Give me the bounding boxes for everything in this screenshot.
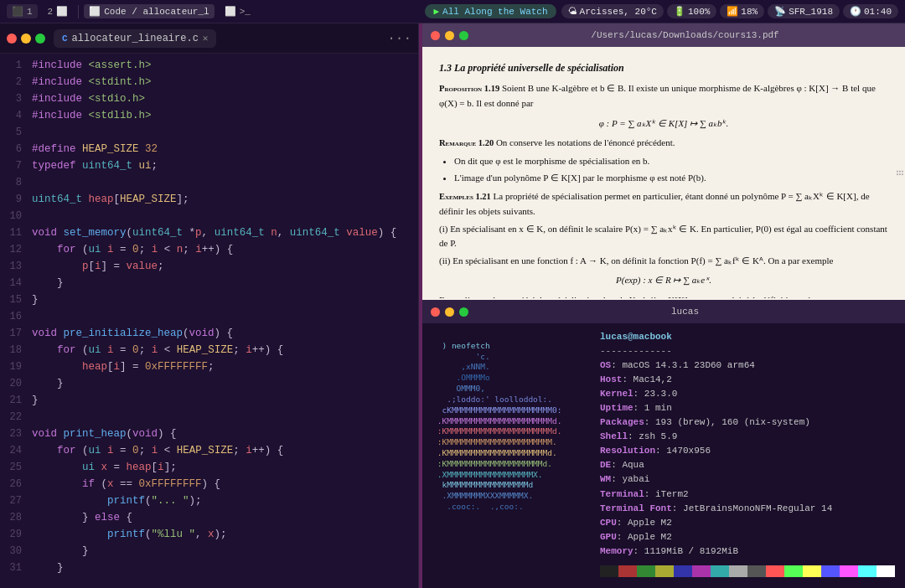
battery-widget[interactable]: 🔋 100% — [667, 4, 716, 18]
code-tab[interactable]: ⬜ Code / allocateur_l — [84, 4, 214, 18]
clock-widget: 🕐 01:40 — [843, 4, 898, 18]
battery-icon: 🔋 — [674, 6, 685, 17]
code-line: 11 void set_memory(uint64_t *p, uint64_t… — [0, 224, 418, 241]
workspace-1-label: 1 — [27, 7, 33, 17]
nf-terminal: Terminal: iTerm2 — [600, 487, 895, 502]
minimize-button[interactable] — [21, 34, 31, 44]
main-area: C allocateur_lineaire.c ✕ ··· 1 #include… — [0, 23, 905, 588]
editor-tab-bar: C allocateur_lineaire.c ✕ ··· — [0, 23, 418, 54]
nf-os: OS: macOS 14.3.1 23D60 arm64 — [600, 358, 895, 373]
nf-resolution: Resolution: 1470x956 — [600, 444, 895, 458]
color-block-3 — [655, 565, 674, 577]
workspace-tab-2[interactable]: 2 ⬜ — [43, 4, 74, 18]
close-button[interactable] — [7, 34, 17, 44]
terminal-user-label: lucas — [473, 307, 897, 317]
pdf-minimize-button[interactable] — [445, 31, 454, 40]
nf-uptime: Uptime: 1 min — [600, 401, 895, 415]
pdf-maximize-button[interactable] — [459, 31, 468, 40]
code-line: 7 typedef uint64_t ui; — [0, 157, 418, 174]
term-close-button[interactable] — [431, 307, 440, 317]
pdf-proposition: Proposition 1.19 Soient B une K-algèbre … — [439, 81, 888, 111]
nf-wm: WM: yabai — [600, 472, 895, 487]
filename-label: allocateur_lineaire.c — [72, 33, 199, 44]
code-line: 13 p[i] = value; — [0, 258, 418, 275]
pdf-close-button[interactable] — [431, 31, 440, 40]
code-line: 29 printf("%llu ", x); — [0, 526, 418, 543]
code-line: 25 ui x = heap[i]; — [0, 459, 418, 476]
code-line: 30 } — [0, 543, 418, 560]
pdf-bullet-2: L'image d'un polynôme P ∈ K[X] par le mo… — [454, 171, 888, 186]
workspace-2-label: 2 — [48, 7, 54, 17]
terminal: lucas ) neofetch 'c. ,xNNM. .OMMMMo OMMM… — [422, 300, 905, 588]
code-line: 8 — [0, 174, 418, 191]
color-block-8 — [747, 565, 766, 577]
nf-username-line: lucas@macbook — [600, 330, 895, 344]
code-tab-label: Code / allocateur_l — [104, 7, 209, 17]
weather-label: Arcisses, 20°C — [580, 7, 657, 17]
remarque-text: On conserve les notations de l'énoncé pr… — [496, 137, 675, 147]
color-block-9 — [766, 565, 784, 577]
pdf-exemples: Exemples 1.21 La propriété de spécialisa… — [439, 189, 888, 219]
code-line: 5 — [0, 124, 418, 141]
terminal-tab-label: >_ — [240, 7, 251, 17]
weather-icon: 🌤 — [568, 6, 577, 17]
code-line: 12 for (ui i = 0; i < n; i++) { — [0, 241, 418, 258]
pdf-resize-handle[interactable]: ⣿ — [893, 169, 905, 177]
play-icon: ▶ — [433, 6, 439, 17]
wifi-icon: 📡 — [774, 6, 786, 17]
menu-right: 🌤 Arcisses, 20°C 🔋 100% 📶 18% 📡 SFR_1918… — [561, 4, 898, 18]
terminal-tab[interactable]: ⬜ >_ — [220, 4, 256, 18]
proposition-label: Proposition 1.19 — [439, 84, 499, 93]
battery-label: 100% — [688, 7, 710, 17]
code-line: 28 } else { — [0, 509, 418, 526]
code-content[interactable]: 1 #include <assert.h> 2 #include <stdint… — [0, 54, 418, 588]
close-tab-icon[interactable]: ✕ — [203, 33, 209, 44]
neofetch-ascii-art: ) neofetch 'c. ,xNNM. .OMMMMo OMMM0, .;l… — [432, 330, 600, 581]
nf-cpu: CPU: Apple M2 — [600, 516, 895, 530]
color-block-2 — [637, 565, 655, 577]
nf-packages: Packages: 193 (brew), 160 (nix-system) — [600, 415, 895, 430]
maximize-button[interactable] — [35, 34, 45, 44]
wifi-label: SFR_1918 — [789, 7, 833, 17]
workspace-1-icon: ⬛ — [12, 6, 23, 17]
code-line: 20 } — [0, 375, 418, 392]
music-label: All Along the Watch — [442, 7, 547, 17]
pdf-viewer: /Users/lucas/Downloads/cours13.pdf 1.3 L… — [422, 23, 905, 300]
term-maximize-button[interactable] — [459, 307, 468, 317]
file-tab[interactable]: C allocateur_lineaire.c ✕ — [54, 29, 216, 48]
code-line: 24 for (ui i = 0; i < HEAP_SIZE; i++) { — [0, 442, 418, 459]
color-block-10 — [784, 565, 803, 577]
pdf-remarque: Remarque 1.20 On conserve les notations … — [439, 136, 888, 151]
nf-de: DE: Aqua — [600, 458, 895, 472]
code-line: 26 if (x == 0xFFFFFFFF) { — [0, 476, 418, 493]
more-options-icon[interactable]: ··· — [387, 31, 411, 46]
wifi-widget[interactable]: 📡 SFR_1918 — [768, 4, 840, 18]
color-block-15 — [877, 565, 895, 577]
code-line: 22 — [0, 409, 418, 426]
weather-widget[interactable]: 🌤 Arcisses, 20°C — [561, 4, 664, 18]
terminal-content[interactable]: ) neofetch 'c. ,xNNM. .OMMMMo OMMM0, .;l… — [422, 323, 905, 588]
code-line: 17 void pre_initialize_heap(void) { — [0, 325, 418, 342]
terminal-tab-icon: ⬜ — [225, 6, 236, 17]
exemples-label: Exemples 1.21 — [439, 192, 491, 201]
c-language-icon: C — [62, 34, 68, 44]
pdf-conclusion: En appliquant la propriété de spécialisa… — [439, 293, 888, 298]
pdf-section-title: 1.3 La propriété universelle de spéciali… — [439, 60, 888, 76]
code-line: 16 — [0, 308, 418, 325]
pdf-ex1: (i) En spécialisant en x ∈ K, on définit… — [439, 222, 888, 251]
color-block-5 — [692, 565, 711, 577]
pdf-formula1: φ : P = ∑ aₖXᵏ ∈ K[X] ↦ ∑ aₖbᵏ. — [439, 116, 888, 132]
workspace-tab-1[interactable]: ⬛ 1 — [7, 4, 38, 18]
music-player[interactable]: ▶ All Along the Watch — [425, 4, 556, 18]
color-block-0 — [600, 565, 618, 577]
code-line: 4 #include <stdlib.h> — [0, 107, 418, 124]
traffic-lights — [7, 34, 45, 44]
signal-widget[interactable]: 📶 18% — [720, 4, 764, 18]
color-block-7 — [729, 565, 747, 577]
code-line: 14 } — [0, 275, 418, 291]
remarque-label: Remarque 1.20 — [439, 138, 494, 147]
pdf-content[interactable]: 1.3 La propriété universelle de spéciali… — [422, 47, 905, 298]
code-line: 18 for (ui i = 0; i < HEAP_SIZE; i++) { — [0, 342, 418, 358]
term-minimize-button[interactable] — [445, 307, 454, 317]
code-line: 6 #define HEAP_SIZE 32 — [0, 141, 418, 157]
